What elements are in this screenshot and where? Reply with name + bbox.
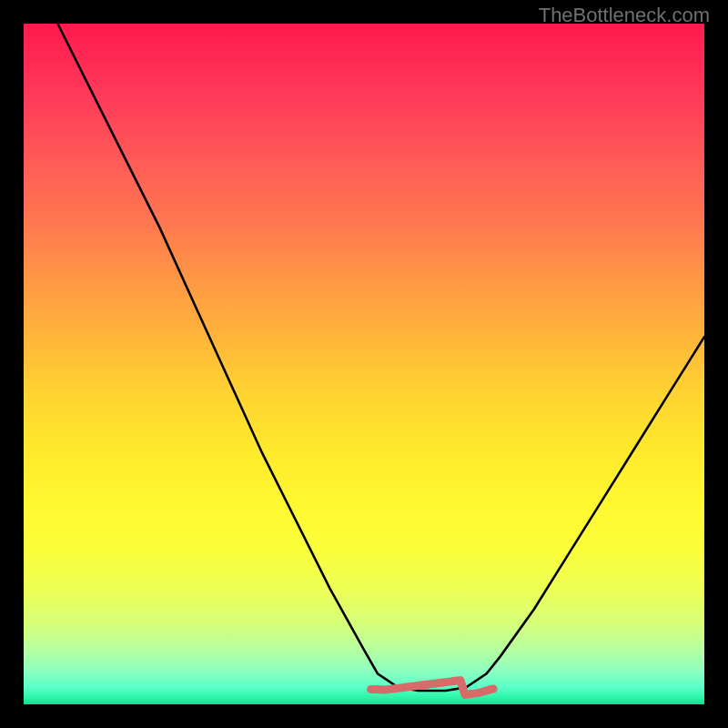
bottleneck-curve — [57, 24, 704, 691]
chart-curve-layer — [24, 24, 704, 704]
chart-stage: TheBottleneck.com — [0, 0, 728, 728]
chart-plot-area — [24, 24, 704, 704]
watermark-text: TheBottleneck.com — [539, 4, 710, 27]
